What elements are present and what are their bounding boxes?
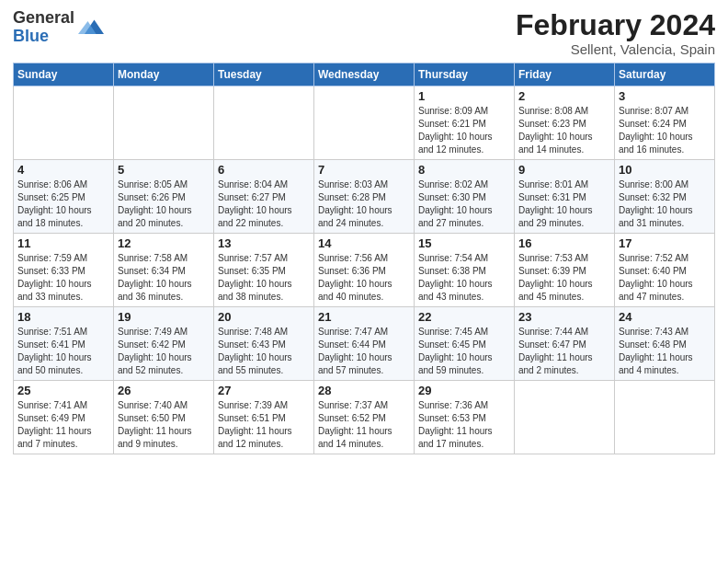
calendar-cell: 12Sunrise: 7:58 AMSunset: 6:34 PMDayligh…	[114, 234, 214, 307]
day-number: 18	[17, 310, 109, 324]
day-number: 4	[17, 163, 109, 177]
day-info: Sunrise: 8:05 AMSunset: 6:26 PMDaylight:…	[118, 178, 210, 230]
day-info: Sunrise: 7:59 AMSunset: 6:33 PMDaylight:…	[17, 252, 109, 304]
col-header-tuesday: Tuesday	[214, 63, 314, 86]
day-number: 20	[218, 310, 310, 324]
calendar-cell: 14Sunrise: 7:56 AMSunset: 6:36 PMDayligh…	[314, 234, 415, 307]
day-number: 9	[518, 163, 610, 177]
week-row-2: 11Sunrise: 7:59 AMSunset: 6:33 PMDayligh…	[14, 234, 715, 307]
logo: General Blue	[13, 9, 104, 46]
col-header-friday: Friday	[515, 63, 615, 86]
calendar-cell: 2Sunrise: 8:08 AMSunset: 6:23 PMDaylight…	[515, 86, 615, 160]
day-number: 12	[118, 236, 210, 250]
day-number: 22	[418, 310, 510, 324]
calendar-cell: 21Sunrise: 7:47 AMSunset: 6:44 PMDayligh…	[314, 307, 415, 381]
day-number: 5	[118, 163, 210, 177]
calendar-cell	[14, 86, 114, 160]
day-info: Sunrise: 7:58 AMSunset: 6:34 PMDaylight:…	[118, 252, 210, 304]
page: General Blue February 2024 Sellent, Vale…	[0, 0, 728, 563]
calendar-cell: 3Sunrise: 8:07 AMSunset: 6:24 PMDaylight…	[615, 86, 715, 160]
calendar-cell: 9Sunrise: 8:01 AMSunset: 6:31 PMDaylight…	[515, 160, 615, 234]
day-info: Sunrise: 7:36 AMSunset: 6:53 PMDaylight:…	[418, 399, 510, 451]
day-info: Sunrise: 8:09 AMSunset: 6:21 PMDaylight:…	[418, 105, 510, 156]
title-area: February 2024 Sellent, Valencia, Spain	[516, 9, 715, 57]
calendar-cell: 10Sunrise: 8:00 AMSunset: 6:32 PMDayligh…	[615, 160, 715, 234]
day-info: Sunrise: 8:07 AMSunset: 6:24 PMDaylight:…	[619, 105, 711, 156]
day-info: Sunrise: 8:06 AMSunset: 6:25 PMDaylight:…	[17, 178, 109, 230]
day-number: 25	[17, 384, 109, 397]
calendar-cell	[314, 86, 415, 160]
col-header-wednesday: Wednesday	[314, 63, 415, 86]
logo-icon	[78, 15, 104, 40]
calendar-cell: 23Sunrise: 7:44 AMSunset: 6:47 PMDayligh…	[515, 307, 615, 381]
day-number: 11	[17, 236, 109, 250]
day-info: Sunrise: 7:44 AMSunset: 6:47 PMDaylight:…	[518, 326, 610, 377]
calendar-cell: 27Sunrise: 7:39 AMSunset: 6:51 PMDayligh…	[214, 381, 314, 454]
col-header-sunday: Sunday	[14, 63, 114, 86]
calendar-cell: 4Sunrise: 8:06 AMSunset: 6:25 PMDaylight…	[14, 160, 114, 234]
subtitle: Sellent, Valencia, Spain	[516, 41, 715, 57]
day-info: Sunrise: 7:43 AMSunset: 6:48 PMDaylight:…	[619, 326, 711, 377]
calendar-cell: 7Sunrise: 8:03 AMSunset: 6:28 PMDaylight…	[314, 160, 415, 234]
col-header-thursday: Thursday	[415, 63, 515, 86]
day-info: Sunrise: 8:04 AMSunset: 6:27 PMDaylight:…	[218, 178, 310, 230]
calendar-cell: 18Sunrise: 7:51 AMSunset: 6:41 PMDayligh…	[14, 307, 114, 381]
calendar-cell	[615, 381, 715, 454]
day-number: 6	[218, 163, 310, 177]
calendar-cell: 20Sunrise: 7:48 AMSunset: 6:43 PMDayligh…	[214, 307, 314, 381]
day-info: Sunrise: 8:00 AMSunset: 6:32 PMDaylight:…	[619, 178, 711, 230]
calendar-cell: 6Sunrise: 8:04 AMSunset: 6:27 PMDaylight…	[214, 160, 314, 234]
logo-text: General Blue	[13, 9, 74, 46]
day-number: 14	[318, 236, 410, 250]
day-number: 17	[619, 236, 711, 250]
day-info: Sunrise: 7:49 AMSunset: 6:42 PMDaylight:…	[118, 326, 210, 377]
week-row-4: 25Sunrise: 7:41 AMSunset: 6:49 PMDayligh…	[14, 381, 715, 454]
calendar-cell: 19Sunrise: 7:49 AMSunset: 6:42 PMDayligh…	[114, 307, 214, 381]
day-number: 1	[418, 89, 510, 103]
day-info: Sunrise: 7:57 AMSunset: 6:35 PMDaylight:…	[218, 252, 310, 304]
day-number: 24	[619, 310, 711, 324]
calendar-cell: 1Sunrise: 8:09 AMSunset: 6:21 PMDaylight…	[415, 86, 515, 160]
logo-general: General	[13, 9, 74, 28]
day-info: Sunrise: 7:39 AMSunset: 6:51 PMDaylight:…	[218, 399, 310, 451]
day-info: Sunrise: 7:37 AMSunset: 6:52 PMDaylight:…	[318, 399, 410, 451]
day-info: Sunrise: 7:54 AMSunset: 6:38 PMDaylight:…	[418, 252, 510, 304]
day-number: 26	[118, 384, 210, 397]
calendar-cell: 28Sunrise: 7:37 AMSunset: 6:52 PMDayligh…	[314, 381, 415, 454]
calendar-cell: 8Sunrise: 8:02 AMSunset: 6:30 PMDaylight…	[415, 160, 515, 234]
header: General Blue February 2024 Sellent, Vale…	[13, 9, 715, 57]
day-number: 21	[318, 310, 410, 324]
calendar-cell	[114, 86, 214, 160]
day-info: Sunrise: 7:45 AMSunset: 6:45 PMDaylight:…	[418, 326, 510, 377]
day-info: Sunrise: 8:03 AMSunset: 6:28 PMDaylight:…	[318, 178, 410, 230]
day-info: Sunrise: 7:48 AMSunset: 6:43 PMDaylight:…	[218, 326, 310, 377]
calendar-cell	[214, 86, 314, 160]
day-number: 19	[118, 310, 210, 324]
calendar-cell: 17Sunrise: 7:52 AMSunset: 6:40 PMDayligh…	[615, 234, 715, 307]
main-title: February 2024	[516, 9, 715, 41]
day-info: Sunrise: 7:52 AMSunset: 6:40 PMDaylight:…	[619, 252, 711, 304]
calendar-cell: 15Sunrise: 7:54 AMSunset: 6:38 PMDayligh…	[415, 234, 515, 307]
calendar-cell: 16Sunrise: 7:53 AMSunset: 6:39 PMDayligh…	[515, 234, 615, 307]
day-number: 15	[418, 236, 510, 250]
logo-blue: Blue	[13, 28, 74, 46]
week-row-1: 4Sunrise: 8:06 AMSunset: 6:25 PMDaylight…	[14, 160, 715, 234]
day-info: Sunrise: 8:01 AMSunset: 6:31 PMDaylight:…	[518, 178, 610, 230]
week-row-3: 18Sunrise: 7:51 AMSunset: 6:41 PMDayligh…	[14, 307, 715, 381]
day-info: Sunrise: 7:56 AMSunset: 6:36 PMDaylight:…	[318, 252, 410, 304]
day-number: 8	[418, 163, 510, 177]
col-header-saturday: Saturday	[615, 63, 715, 86]
calendar-cell: 22Sunrise: 7:45 AMSunset: 6:45 PMDayligh…	[415, 307, 515, 381]
col-header-monday: Monday	[114, 63, 214, 86]
calendar-table: SundayMondayTuesdayWednesdayThursdayFrid…	[13, 63, 715, 454]
header-row: SundayMondayTuesdayWednesdayThursdayFrid…	[14, 63, 715, 86]
day-number: 27	[218, 384, 310, 397]
calendar-cell	[515, 381, 615, 454]
day-number: 28	[318, 384, 410, 397]
day-info: Sunrise: 7:47 AMSunset: 6:44 PMDaylight:…	[318, 326, 410, 377]
day-number: 7	[318, 163, 410, 177]
day-number: 23	[518, 310, 610, 324]
day-number: 10	[619, 163, 711, 177]
day-number: 3	[619, 89, 711, 103]
calendar-cell: 26Sunrise: 7:40 AMSunset: 6:50 PMDayligh…	[114, 381, 214, 454]
